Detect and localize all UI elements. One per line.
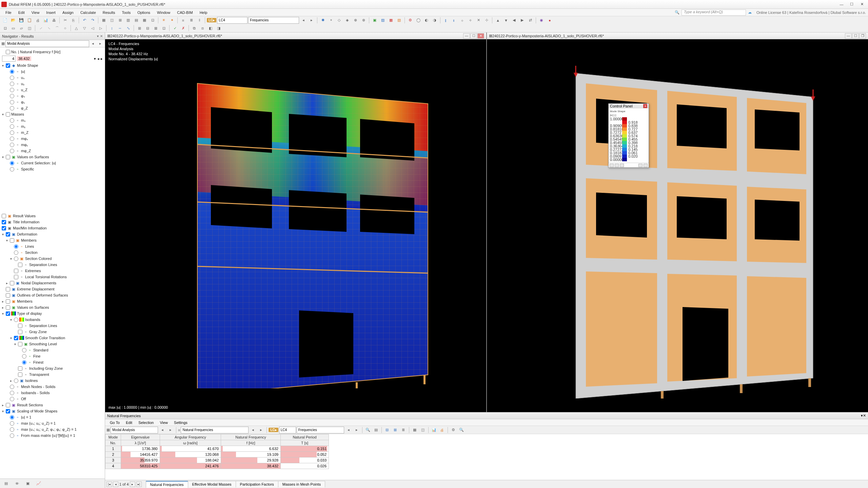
print-button[interactable]: 🖨 [34, 17, 41, 24]
bt-next2[interactable]: ▸ [257, 427, 265, 433]
j3-button[interactable]: ◀ [510, 17, 518, 24]
redo-button[interactable]: ↷ [89, 17, 96, 24]
b22[interactable]: ⧉ [191, 25, 198, 32]
chk-masses[interactable] [6, 112, 10, 117]
rad-lines[interactable] [14, 244, 18, 249]
menu-help[interactable]: Help [196, 9, 211, 16]
table-row[interactable]: 214416.427120.06819.1090.052 [105, 452, 329, 458]
chk-rs[interactable] [6, 403, 10, 407]
node-transparent[interactable]: ▫Transparent [1, 371, 104, 378]
menu-insert[interactable]: Insert [43, 9, 59, 16]
node-curr-sel[interactable]: ▫Current Selection: |u| [1, 160, 104, 166]
node-values-surf2[interactable]: ▸▣Values on Surfaces [1, 304, 104, 310]
bt-b2[interactable]: ▤ [372, 427, 380, 433]
rad-su1[interactable] [10, 415, 14, 420]
g1-button[interactable]: ▣ [371, 17, 378, 24]
b12[interactable]: ▷ [97, 25, 104, 32]
bt-b3[interactable]: ⊟ [383, 427, 391, 433]
bt-b5[interactable]: ≣ [400, 427, 407, 433]
rad-finest[interactable] [22, 360, 26, 365]
chk-def[interactable] [6, 232, 10, 237]
b15[interactable]: ⤡ [124, 25, 132, 32]
b17[interactable]: ⊟ [144, 25, 151, 32]
table-row[interactable]: 458310.425241.47638.4320.026 [105, 463, 329, 469]
view6-button[interactable]: ▦ [141, 17, 148, 24]
chk-ig[interactable] [18, 366, 22, 371]
k2-button[interactable]: ● [546, 17, 553, 24]
saveall-button[interactable]: 📋 [26, 17, 33, 24]
node-standard[interactable]: ▫Standard [1, 347, 104, 353]
j2-button[interactable]: ▼ [502, 17, 510, 24]
pg-first[interactable]: |◂ [106, 482, 112, 487]
undo-button[interactable]: ↶ [81, 17, 88, 24]
view5-button[interactable]: ▤ [133, 17, 140, 24]
bt-prev2[interactable]: ◂ [249, 427, 257, 433]
chk-sep[interactable] [18, 263, 22, 267]
node-localtors[interactable]: ▫Local Torsional Rotations [1, 274, 104, 280]
rad-iso[interactable] [14, 318, 18, 322]
view1-button[interactable]: ▦ [100, 17, 107, 24]
light2-button[interactable]: ✦ [168, 17, 176, 24]
node-members[interactable]: ▾▣Members [1, 237, 104, 243]
open-button[interactable]: 📂 [9, 17, 17, 24]
cp-btn4[interactable] [638, 164, 643, 167]
rad-smm[interactable] [10, 433, 14, 438]
node-gray-zone[interactable]: ▫Gray Zone [1, 329, 104, 335]
b13[interactable]: ↕ [108, 25, 116, 32]
b6[interactable]: ⟍ [45, 25, 53, 32]
node-sep-lines[interactable]: ▫Separation Lines [1, 262, 104, 268]
tab-masses-mesh[interactable]: Masses in Mesh Points [278, 481, 325, 487]
b18[interactable]: ⊠ [152, 25, 159, 32]
rad-fine[interactable] [22, 354, 26, 359]
node-ux[interactable]: ▫uₓ [1, 75, 104, 81]
rad-phix[interactable] [10, 94, 14, 98]
menu-edit[interactable]: Edit [15, 9, 28, 16]
freq-check[interactable] [6, 50, 10, 54]
f5-button[interactable]: ⊕ [352, 17, 359, 24]
i6-button[interactable]: ⊹ [483, 17, 490, 24]
bt-lc-label[interactable]: Frequencies [297, 427, 344, 433]
node-smoothing-level[interactable]: ▾▣Smoothing Level [1, 341, 104, 347]
j5-button[interactable]: ⇄ [527, 17, 534, 24]
light1-button[interactable]: ☀ [160, 17, 167, 24]
node-section[interactable]: ▫Section [1, 249, 104, 256]
bt-b11[interactable]: 🔍 [458, 427, 465, 433]
node-specific[interactable]: ▫Specific [1, 166, 104, 172]
node-result-sections[interactable]: ▸▣Result Sections [1, 402, 104, 408]
next-mode-icon[interactable]: ▸ [101, 57, 103, 61]
tab-nat-freq[interactable]: Natural Frequencies [146, 481, 188, 488]
node-phiz[interactable]: ▫φ_Z [1, 105, 104, 111]
rad-uy[interactable] [10, 82, 14, 86]
node-scale-maxall[interactable]: ▫max (uₓ; uᵧ; u_Z; φₓ; φᵧ; φ_Z) = 1 [1, 426, 104, 432]
rad-uz[interactable] [10, 88, 14, 92]
chk-vs2[interactable] [6, 305, 10, 310]
b4[interactable]: ◫ [26, 25, 33, 32]
b24[interactable]: ◧ [207, 25, 214, 32]
prev-lc-button[interactable]: ◂ [300, 17, 307, 24]
cp-btn5[interactable] [644, 164, 648, 167]
rad-phiy[interactable] [10, 100, 14, 104]
menu-file[interactable]: File [2, 9, 15, 16]
menu-view[interactable]: View [28, 9, 43, 16]
g3-button[interactable]: ▩ [387, 17, 395, 24]
save-button[interactable]: 💾 [18, 17, 25, 24]
maximize-button[interactable]: ☐ [847, 1, 856, 7]
b10[interactable]: ▽ [81, 25, 88, 32]
chk-ti[interactable] [2, 220, 6, 224]
chk-mem[interactable] [10, 238, 14, 243]
node-isobands-solids[interactable]: ▫Isobands - Solids [1, 390, 104, 396]
menu-cadbim[interactable]: CAD-BIM [174, 9, 196, 16]
rad-mx[interactable] [10, 118, 14, 123]
j4-button[interactable]: ▶ [518, 17, 526, 24]
node-mphix[interactable]: ▫mφₓ [1, 136, 104, 142]
bm-view[interactable]: View [157, 420, 171, 425]
align1-button[interactable]: ≡ [179, 17, 187, 24]
rad-mphix[interactable] [10, 137, 14, 141]
node-phiy[interactable]: ▫φᵧ [1, 99, 104, 105]
b5[interactable]: ⟋ [37, 25, 44, 32]
node-scale-mass[interactable]: ▫From mass matrix {uᵢ}ᵀ[M]{uᵢ} = 1 [1, 432, 104, 439]
close-button[interactable]: ✕ [857, 1, 867, 7]
search-input[interactable]: Type a keyword (Alt+Q) [682, 9, 746, 16]
vp-close[interactable]: ✕ [477, 33, 484, 39]
node-section-colored[interactable]: ▾▣Section Colored [1, 256, 104, 262]
